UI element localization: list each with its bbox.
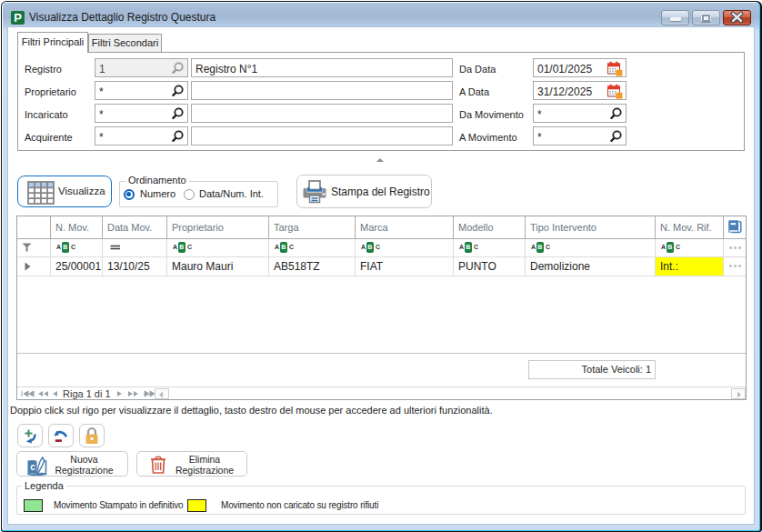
svg-text:c: c	[30, 462, 35, 472]
